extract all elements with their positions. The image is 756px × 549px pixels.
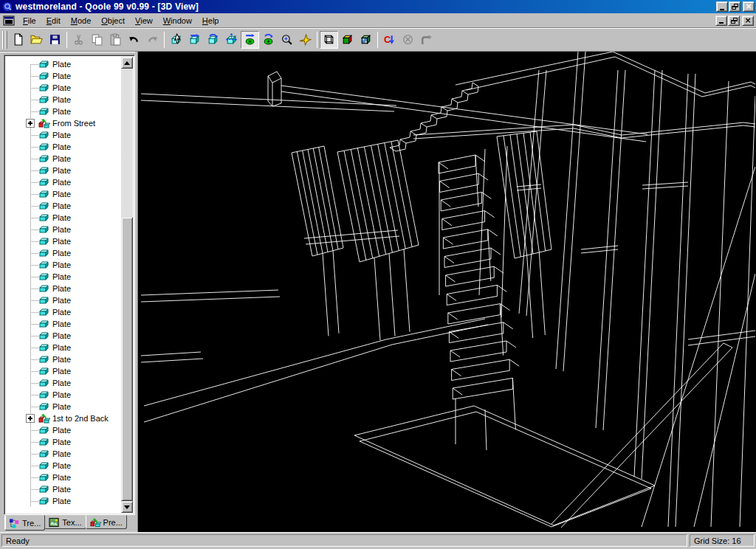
brush-icon (38, 378, 50, 388)
save-button[interactable] (46, 31, 64, 49)
status-bar: Ready Grid Size: 16 (0, 532, 756, 549)
tree-item-plate[interactable]: Plate (6, 294, 120, 306)
menu-help[interactable]: Help (197, 14, 224, 27)
tree-item-plate[interactable]: Plate (6, 377, 120, 389)
csg-rebuild-button[interactable]: C (380, 31, 399, 49)
tree-item-plate[interactable]: Plate (6, 141, 120, 153)
tree-item-plate[interactable]: Plate (6, 483, 120, 495)
tab-tre[interactable]: Tre... (4, 515, 45, 531)
brush-icon (38, 189, 50, 199)
tree-item-plate[interactable]: Plate (6, 495, 120, 507)
menu-file[interactable]: File (18, 14, 41, 27)
view-wireframe-button[interactable] (320, 31, 338, 49)
tree-item-plate[interactable]: Plate (6, 401, 120, 412)
window-restore-button[interactable] (729, 1, 740, 12)
menu-mode[interactable]: Mode (66, 14, 97, 27)
window-minimize-button[interactable] (716, 1, 728, 12)
menu-window[interactable]: Window (158, 14, 197, 27)
zoom-button[interactable] (278, 31, 296, 49)
tree-item-plate[interactable]: Plate (6, 318, 120, 330)
tree-item-plate[interactable]: Plate (6, 188, 120, 200)
menu-edit[interactable]: Edit (41, 14, 66, 27)
move-button[interactable] (185, 31, 204, 49)
tree-item-plate[interactable]: Plate (6, 70, 120, 82)
tree-item-plate[interactable]: Plate (6, 235, 120, 247)
tree-item-plate[interactable]: Plate (6, 259, 120, 271)
tree-item-plate[interactable]: Plate (6, 283, 120, 294)
tab-tex[interactable]: Tex... (44, 515, 86, 529)
child-minimize-button[interactable] (715, 15, 727, 26)
view-solid-button[interactable] (338, 31, 357, 49)
tree-item-plate[interactable]: Plate (6, 424, 120, 436)
tree-item-plate[interactable]: Plate (6, 129, 120, 141)
tree-item-plate[interactable]: Plate (6, 58, 120, 70)
menu-object[interactable]: Object (96, 14, 130, 27)
camera-move-button[interactable] (241, 31, 259, 49)
brush-icon (38, 153, 50, 164)
open-button[interactable] (27, 31, 46, 49)
tree-item-plate[interactable]: Plate (6, 365, 120, 377)
child-restore-button[interactable] (728, 15, 740, 26)
expand-plus-icon[interactable] (26, 119, 35, 128)
scroll-down-button[interactable] (121, 501, 133, 513)
tree-item-plate[interactable]: Plate (6, 306, 120, 318)
view-textured-button[interactable] (357, 31, 375, 49)
select-button[interactable] (167, 31, 185, 49)
tree-item-plate[interactable]: Plate (6, 342, 120, 353)
tree-item-plate[interactable]: Plate (6, 448, 120, 460)
tree-item-plate[interactable]: Plate (6, 82, 120, 94)
tree-item-plate[interactable]: Plate (6, 94, 120, 106)
undo-button[interactable] (125, 31, 143, 49)
brush-icon (38, 484, 50, 494)
menu-view[interactable]: View (130, 14, 158, 27)
expand-plus-icon[interactable] (26, 414, 35, 423)
tree-item-plate[interactable]: Plate (6, 212, 120, 224)
tree-item-label: Plate (52, 426, 71, 435)
tree-item-label: Plate (52, 237, 71, 246)
tree-item-plate[interactable]: Plate (6, 472, 120, 483)
tree-item-plate[interactable]: Plate (6, 200, 120, 212)
fly-button[interactable] (296, 31, 315, 49)
tree-item-plate[interactable]: Plate (6, 247, 120, 259)
tree-item-plate[interactable]: Plate (6, 106, 120, 117)
copy-icon (91, 33, 103, 46)
viewport-3d[interactable] (138, 52, 756, 532)
tree-item-label: Plate (52, 72, 71, 80)
scrollbar-thumb[interactable] (121, 217, 133, 501)
new-button[interactable] (9, 31, 27, 49)
brush-icon (38, 354, 50, 365)
tree-item-label: Plate (52, 343, 71, 352)
brush-icon (38, 390, 50, 400)
tree-item-plate[interactable]: Plate (6, 153, 120, 165)
tree-item-from-street[interactable]: From Street (6, 117, 120, 129)
tree-item-plate[interactable]: Plate (6, 176, 120, 188)
move-icon (188, 33, 201, 46)
app-icon[interactable] (1, 1, 13, 13)
rotate-button[interactable] (204, 31, 222, 49)
window-close-button[interactable]: × (743, 1, 755, 12)
tree-scrollbar[interactable] (121, 57, 133, 513)
camera-rotate-button[interactable] (259, 31, 278, 49)
tree-view[interactable]: PlatePlatePlatePlatePlateFrom StreetPlat… (4, 55, 135, 515)
tree-item-plate[interactable]: Plate (6, 165, 120, 176)
tree-item-plate[interactable]: Plate (6, 224, 120, 235)
tree-item-plate[interactable]: Plate (6, 353, 120, 365)
tree-item-plate[interactable]: Plate (6, 389, 120, 401)
tree-item-label: Plate (52, 213, 71, 222)
tree-item-plate[interactable]: Plate (6, 460, 120, 472)
tree-item-plate[interactable]: Plate (6, 271, 120, 283)
tree-item-plate[interactable]: Plate (6, 330, 120, 342)
mdi-child-icon[interactable] (3, 15, 15, 26)
scale-button[interactable] (222, 31, 241, 49)
rotate-icon (207, 33, 219, 46)
tree-item-plate[interactable]: Plate (6, 436, 120, 448)
tree-item-label: Plate (52, 473, 71, 482)
tree-item-1st-to-2nd-back[interactable]: 1st to 2nd Back (6, 412, 120, 424)
tree-item-label: Plate (52, 83, 71, 92)
scroll-up-button[interactable] (121, 57, 133, 69)
tree-item-label: Plate (52, 260, 71, 269)
child-close-button[interactable]: × (742, 15, 754, 26)
brush-icon (38, 94, 50, 105)
toolbar-grip-icon[interactable] (2, 31, 7, 49)
tab-pre[interactable]: Pre... (86, 515, 127, 529)
